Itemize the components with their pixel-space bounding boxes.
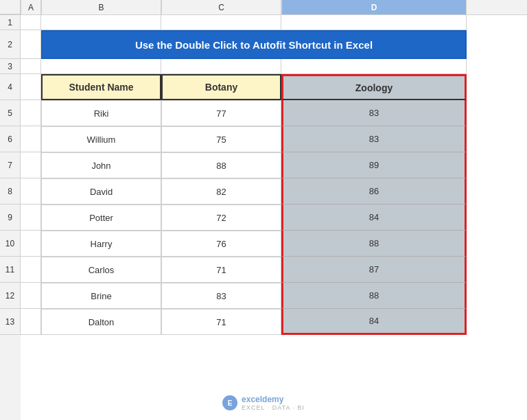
cell-c3[interactable]	[161, 59, 281, 74]
cell-botany-12[interactable]: 83	[161, 283, 281, 309]
cell-d3[interactable]	[281, 59, 467, 74]
cell-a6[interactable]	[21, 126, 41, 152]
cell-botany-9[interactable]: 72	[161, 205, 281, 231]
cell-zoology-8[interactable]: 86	[281, 178, 467, 205]
row-num-5[interactable]: 5	[0, 100, 21, 126]
cell-c1[interactable]	[161, 15, 281, 30]
cell-name-8[interactable]: David	[41, 178, 161, 205]
row-num-3[interactable]: 3	[0, 59, 21, 74]
watermark: E exceldemy EXCEL · DATA · BI	[222, 395, 305, 412]
cell-a13[interactable]	[21, 309, 41, 335]
cell-botany-13[interactable]: 71	[161, 309, 281, 335]
header-zoology: Zoology	[281, 74, 467, 100]
spreadsheet: A B C D 1 2 3 4 5 6 7 8 9 10 11 12 13	[0, 0, 527, 420]
cell-a4[interactable]	[21, 74, 41, 100]
grid-row-2: Use the Double Click to Autofit Shortcut…	[21, 30, 527, 59]
cell-name-11[interactable]: Carlos	[41, 257, 161, 283]
col-header-c[interactable]: C	[161, 0, 281, 14]
grid-row-4: Student Name Botany Zoology	[21, 74, 527, 100]
cell-a11[interactable]	[21, 257, 41, 283]
grid-row-6: Willium 75 83	[21, 126, 527, 152]
row-num-8[interactable]: 8	[0, 178, 21, 205]
cell-zoology-5[interactable]: 83	[281, 100, 467, 126]
cell-botany-6[interactable]: 75	[161, 126, 281, 152]
cell-botany-8[interactable]: 82	[161, 178, 281, 205]
row-num-6[interactable]: 6	[0, 126, 21, 152]
cell-zoology-13[interactable]: 84	[281, 309, 467, 335]
cell-name-12[interactable]: Brine	[41, 283, 161, 309]
cell-a5[interactable]	[21, 100, 41, 126]
grid: Use the Double Click to Autofit Shortcut…	[21, 15, 527, 420]
cell-a2[interactable]	[21, 30, 41, 59]
cell-b3[interactable]	[41, 59, 161, 74]
grid-row-13: Dalton 71 84	[21, 309, 527, 335]
cell-a7[interactable]	[21, 152, 41, 178]
cell-a12[interactable]	[21, 283, 41, 309]
title-cell: Use the Double Click to Autofit Shortcut…	[41, 30, 467, 59]
cell-zoology-6[interactable]: 83	[281, 126, 467, 152]
grid-row-1	[21, 15, 527, 30]
row-num-1[interactable]: 1	[0, 15, 21, 30]
grid-row-7: John 88 89	[21, 152, 527, 178]
header-name: Student Name	[41, 74, 161, 100]
cell-botany-10[interactable]: 76	[161, 231, 281, 257]
corner-cell	[0, 0, 21, 14]
grid-row-11: Carlos 71 87	[21, 257, 527, 283]
row-num-12[interactable]: 12	[0, 283, 21, 309]
cell-zoology-9[interactable]: 84	[281, 205, 467, 231]
cell-b1[interactable]	[41, 15, 161, 30]
cell-zoology-7[interactable]: 89	[281, 152, 467, 178]
watermark-text-container: exceldemy EXCEL · DATA · BI	[242, 395, 305, 412]
col-header-b[interactable]: B	[41, 0, 161, 14]
cell-botany-5[interactable]: 77	[161, 100, 281, 126]
cell-zoology-10[interactable]: 88	[281, 231, 467, 257]
col-header-d[interactable]: D	[281, 0, 467, 14]
cell-zoology-11[interactable]: 87	[281, 257, 467, 283]
row-num-7[interactable]: 7	[0, 152, 21, 178]
cell-name-5[interactable]: Riki	[41, 100, 161, 126]
cell-a8[interactable]	[21, 178, 41, 205]
row-num-9[interactable]: 9	[0, 205, 21, 231]
cell-botany-7[interactable]: 88	[161, 152, 281, 178]
grid-row-5: Riki 77 83	[21, 100, 527, 126]
cell-name-9[interactable]: Potter	[41, 205, 161, 231]
row-num-13[interactable]: 13	[0, 309, 21, 335]
grid-row-12: Brine 83 88	[21, 283, 527, 309]
cell-a3[interactable]	[21, 59, 41, 74]
grid-row-3	[21, 59, 527, 74]
cell-name-7[interactable]: John	[41, 152, 161, 178]
grid-row-9: Potter 72 84	[21, 205, 527, 231]
grid-row-10: Harry 76 88	[21, 231, 527, 257]
row-num-11[interactable]: 11	[0, 257, 21, 283]
header-botany: Botany	[161, 74, 281, 100]
cell-a10[interactable]	[21, 231, 41, 257]
cell-d1[interactable]	[281, 15, 467, 30]
col-header-a[interactable]: A	[21, 0, 41, 14]
watermark-logo: E	[222, 395, 237, 410]
cell-a1[interactable]	[21, 15, 41, 30]
cell-botany-11[interactable]: 71	[161, 257, 281, 283]
grid-row-8: David 82 86	[21, 178, 527, 205]
row-num-10[interactable]: 10	[0, 231, 21, 257]
row-num-2[interactable]: 2	[0, 30, 21, 59]
cell-name-6[interactable]: Willium	[41, 126, 161, 152]
cell-name-13[interactable]: Dalton	[41, 309, 161, 335]
row-numbers: 1 2 3 4 5 6 7 8 9 10 11 12 13	[0, 15, 21, 420]
cell-zoology-12[interactable]: 88	[281, 283, 467, 309]
cell-name-10[interactable]: Harry	[41, 231, 161, 257]
cell-a9[interactable]	[21, 205, 41, 231]
row-num-4[interactable]: 4	[0, 74, 21, 100]
